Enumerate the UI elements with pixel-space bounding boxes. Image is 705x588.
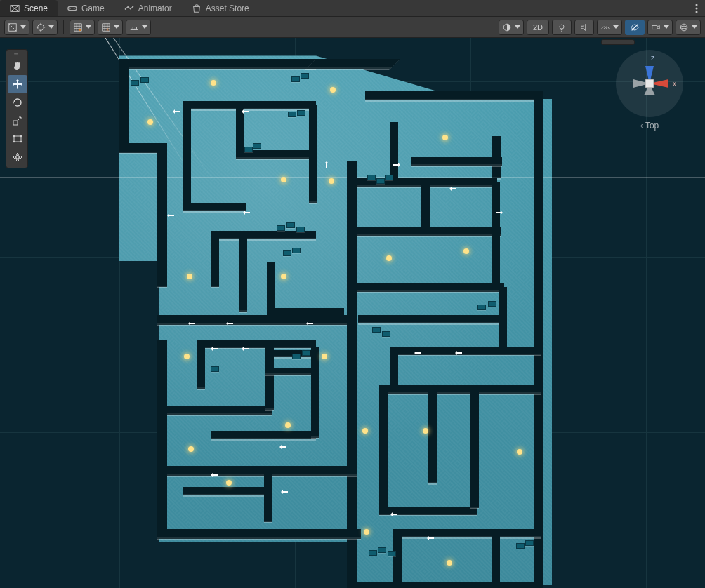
svg-point-4 [74, 8, 75, 9]
svg-point-17 [680, 24, 687, 31]
pivot-mode-dropdown[interactable] [32, 20, 58, 35]
tab-game-label: Game [81, 4, 105, 13]
svg-point-24 [20, 141, 22, 142]
svg-point-23 [13, 141, 15, 142]
svg-point-22 [20, 135, 22, 137]
toggle-2d-label: 2D [533, 23, 543, 32]
scene-icon [10, 4, 20, 13]
lighting-toggle[interactable] [552, 20, 572, 35]
svg-point-9 [696, 11, 698, 13]
svg-point-6 [132, 6, 133, 7]
panel-menu-kebab[interactable] [688, 0, 705, 16]
axis-z-label: z [651, 54, 654, 62]
overlay-drag-handle[interactable] [601, 39, 635, 45]
svg-point-14 [560, 25, 564, 29]
level-floor [119, 45, 611, 585]
draw-mode-dropdown[interactable] [4, 20, 29, 35]
svg-marker-27 [644, 83, 655, 95]
toolbar-right-group: 2D [499, 20, 701, 35]
hand-tool[interactable] [8, 57, 27, 75]
fx-toggle[interactable] [597, 20, 622, 35]
gizmos-dropdown[interactable] [676, 20, 701, 35]
svg-point-18 [680, 26, 687, 29]
rotate-tool[interactable] [8, 93, 27, 112]
bag-icon [192, 4, 202, 13]
svg-point-8 [696, 7, 698, 9]
svg-point-25 [16, 156, 20, 159]
panel-tabbar: Scene Game Animator Asset Store [0, 0, 705, 17]
rect-tool[interactable] [8, 130, 27, 148]
game-icon [67, 4, 77, 13]
svg-rect-20 [14, 136, 21, 142]
audio-toggle[interactable] [574, 20, 594, 35]
move-tool[interactable] [8, 75, 27, 93]
svg-marker-30 [645, 66, 654, 83]
visibility-toggle[interactable] [625, 20, 645, 35]
svg-rect-19 [13, 121, 18, 125]
tab-asset-store[interactable]: Asset Store [182, 0, 259, 16]
tab-scene-label: Scene [24, 4, 48, 13]
tab-animator-label: Animator [138, 4, 172, 13]
scene-toolbar: 2D [0, 17, 705, 38]
orientation-gizmo[interactable]: x z ‹ Top [611, 45, 688, 122]
svg-marker-29 [650, 79, 668, 88]
svg-point-26 [616, 50, 683, 117]
tool-column-grip[interactable]: ═ [8, 51, 26, 57]
tab-asset-store-label: Asset Store [206, 4, 249, 13]
transform-tool[interactable] [8, 148, 27, 166]
svg-point-11 [38, 24, 44, 30]
snap-settings-dropdown[interactable] [126, 20, 151, 35]
tab-game[interactable]: Game [58, 0, 114, 16]
svg-rect-31 [645, 79, 654, 88]
svg-point-5 [124, 8, 126, 9]
transform-tool-column: ═ [6, 49, 28, 168]
toggle-2d[interactable]: 2D [527, 20, 549, 35]
toolbar-separator [63, 20, 64, 34]
svg-rect-16 [652, 25, 657, 29]
camera-dropdown[interactable] [647, 20, 673, 35]
animator-icon [124, 4, 134, 13]
svg-point-21 [13, 135, 15, 137]
tab-animator[interactable]: Animator [114, 0, 182, 16]
scene-viewport[interactable]: x z ‹ Top [0, 38, 705, 588]
shading-mode-dropdown[interactable] [499, 20, 524, 35]
tab-scene[interactable]: Scene [0, 0, 58, 16]
axis-x-label: x [673, 80, 676, 88]
gizmo-view-label: Top [645, 121, 659, 131]
svg-marker-28 [633, 79, 650, 88]
svg-point-7 [696, 4, 698, 6]
scale-tool[interactable] [8, 112, 27, 130]
snap-increment-dropdown[interactable] [98, 20, 123, 35]
svg-point-12 [79, 28, 81, 31]
grid-snap-dropdown[interactable] [70, 20, 95, 35]
